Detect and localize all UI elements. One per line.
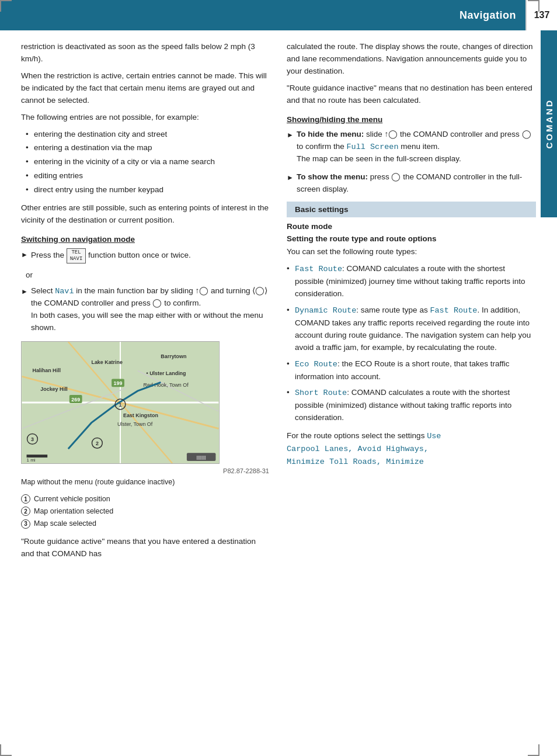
svg-text:1: 1 [119, 402, 122, 408]
footer-text-start: For the route options select the setting… [287, 431, 424, 440]
list-item: entering a destination via the map [26, 142, 270, 154]
arrow-icon-2: ► [21, 286, 28, 297]
fast-route-mono-2: Fast Route [430, 306, 477, 315]
left-column: restriction is deactivated as soon as th… [21, 41, 270, 565]
map-image: 269 199 Halihan Hill Lake Katrine Barryt… [22, 342, 219, 463]
svg-text:2: 2 [96, 441, 99, 446]
arrow-icon-show: ► [287, 172, 294, 183]
legend-item-2: 2 Map orientation selected [21, 505, 270, 518]
svg-text:Red Hook, Town Of: Red Hook, Town Of [144, 382, 189, 388]
side-tab: COMAND [541, 30, 557, 217]
legend-num-1: 1 [21, 494, 30, 504]
legend-text-3: Map scale selected [34, 518, 96, 530]
list-item: direct entry using the number keypad [26, 184, 270, 196]
hide-menu-bold: To hide the menu: [297, 130, 364, 138]
corner-mark-br [528, 744, 539, 756]
legend-item-3: 3 Map scale selected [21, 518, 270, 530]
map-caption: P82.87-2288-31 [21, 467, 270, 474]
basic-settings-label: Basic settings [295, 205, 349, 214]
svg-text:East Kingston: East Kingston [123, 412, 158, 418]
side-tab-label: COMAND [544, 99, 554, 149]
footer-text: For the route options select the setting… [287, 430, 536, 469]
page-number: 137 [525, 0, 557, 30]
short-route-mono: Short Route [295, 389, 347, 397]
route-type-dynamic: Dynamic Route: same route type as Fast R… [287, 304, 536, 354]
arrow-hide-item: ► To hide the menu: slide ↑◯ the COMAND … [287, 129, 536, 166]
svg-text:Jockey Hill: Jockey Hill [40, 386, 68, 392]
arrow-icon-1: ► [21, 249, 28, 261]
list-item: entering in the vicinity of a city or vi… [26, 156, 270, 168]
svg-text:3: 3 [31, 437, 34, 443]
route-calc-text: calculated the route. The display shows … [287, 41, 536, 78]
navi-label: NAVI [70, 256, 83, 262]
arrow2-text: Select Navi in the main function bar by … [31, 285, 270, 335]
arrow1-text: Press the TEL NAVI function button once … [31, 248, 191, 263]
tel-label: TEL [70, 249, 83, 256]
svg-text:Barrytown: Barrytown [161, 353, 186, 359]
arrow-item-1: ► Press the TEL NAVI function button onc… [21, 248, 270, 263]
svg-text:269: 269 [71, 397, 80, 403]
other-entries-text: Other entries are still possible, such a… [21, 202, 270, 227]
you-can-set-text: You can set the following route types: [287, 246, 536, 258]
dynamic-route-mono: Dynamic Route [295, 306, 356, 315]
svg-text:Lake Katrine: Lake Katrine [91, 359, 123, 365]
legend-text-1: Current vehicle position [34, 493, 110, 505]
arrow1-text-after: function button once or twice. [88, 251, 191, 259]
map-legend: Map without the menu (route guidance ina… [21, 477, 270, 530]
svg-text:Ulster, Town Of: Ulster, Town Of [117, 421, 153, 427]
route-type-eco: Eco Route: the ECO Route is a short rout… [287, 358, 536, 383]
eco-route-mono: Eco Route [295, 360, 337, 369]
or-text: or [26, 269, 270, 282]
arrow-item-2: ► Select Navi in the main function bar b… [21, 285, 270, 335]
legend-item-1: 1 Current vehicle position [21, 493, 270, 505]
svg-text:||||||||: |||||||| [196, 455, 206, 460]
left-para-3: The following entries are not possible, … [21, 112, 270, 124]
full-screen-mono: Full Screen [346, 143, 398, 151]
right-column: calculated the route. The display shows … [287, 41, 536, 565]
dynamic-route-text: : same route type as [356, 306, 430, 314]
setting-route-heading: Setting the route type and route options [287, 234, 536, 243]
svg-text:Halihan Hill: Halihan Hill [32, 367, 60, 373]
legend-num-2: 2 [21, 507, 30, 516]
bullet-list: entering the destination city and street… [26, 129, 270, 197]
basic-settings-box: Basic settings [287, 202, 536, 217]
navi-mono: Navi [55, 287, 74, 296]
list-item: entering the destination city and street [26, 129, 270, 141]
legend-text-2: Map orientation selected [34, 505, 113, 518]
arrow-show-text: To show the menu: press ◯ the COMAND con… [297, 171, 536, 196]
map-container: 269 199 Halihan Hill Lake Katrine Barryt… [21, 341, 220, 464]
route-mode-heading: Route mode [287, 222, 536, 231]
left-para-2: When the restriction is active, certain … [21, 70, 270, 107]
route-inactive-text: "Route guidance inactive" means that no … [287, 82, 536, 107]
route-active-text: "Route guidance active" means that you h… [21, 536, 270, 560]
arrow-hide-text: To hide the menu: slide ↑◯ the COMAND co… [297, 129, 536, 166]
map-description: Map without the menu (route guidance ina… [21, 477, 270, 488]
svg-text:199: 199 [114, 380, 123, 386]
page-title: Navigation [459, 9, 525, 22]
arrow-icon-hide: ► [287, 130, 294, 141]
switching-heading: Switching on navigation mode [21, 235, 270, 244]
route-type-short: Short Route: COMAND calculates a route w… [287, 387, 536, 424]
main-content: restriction is deactivated as soon as th… [0, 30, 557, 575]
fast-route-mono: Fast Route [295, 265, 342, 273]
show-menu-bold: To show the menu: [297, 172, 368, 181]
arrow-show-item: ► To show the menu: press ◯ the COMAND c… [287, 171, 536, 196]
svg-text:• Ulster Landing: • Ulster Landing [147, 371, 186, 377]
list-item: editing entries [26, 170, 270, 182]
arrow1-text-before: Press the [31, 251, 64, 259]
route-type-fast: Fast Route: COMAND calculates a route wi… [287, 263, 536, 300]
svg-text:1 mi: 1 mi [27, 457, 36, 463]
legend-num-3: 3 [21, 519, 30, 529]
tel-navi-button: TEL NAVI [67, 248, 86, 263]
corner-mark-bl [0, 744, 12, 756]
page-header: Navigation 137 [0, 0, 557, 30]
showing-hiding-heading: Showing/hiding the menu [287, 115, 536, 124]
route-type-list: Fast Route: COMAND calculates a route wi… [287, 263, 536, 424]
left-para-1: restriction is deactivated as soon as th… [21, 41, 270, 65]
